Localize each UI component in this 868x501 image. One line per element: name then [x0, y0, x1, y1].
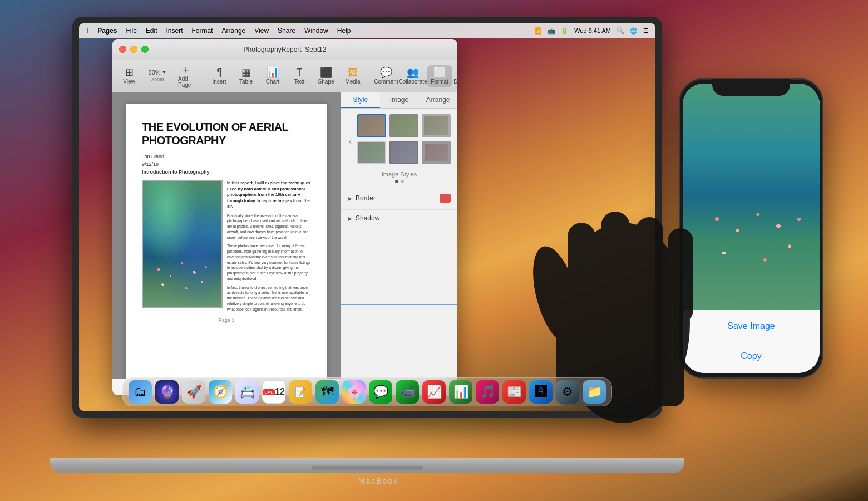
window-close-button[interactable] [119, 46, 126, 53]
toolbar-zoom-button[interactable]: 80% ▼ Zoom [144, 67, 171, 85]
sidebar-tab-image[interactable]: Image [380, 92, 419, 108]
dock-facetime[interactable]: 📹 [396, 380, 419, 404]
menu-format[interactable]: Format [192, 27, 213, 35]
shadow-triangle-icon: ▶ [348, 215, 352, 222]
toolbar-addpage-button[interactable]: ＋ Add Page [174, 62, 198, 90]
dock-appstore[interactable]: 🅰 [529, 380, 553, 404]
document-title: THE EVOLUTION OF AERIAL PHOTOGRAPHY [142, 120, 311, 147]
document-page-number: Page 1 [142, 317, 311, 323]
menu-share[interactable]: Share [278, 27, 295, 35]
toolbar-insert-button[interactable]: ¶ Insert [207, 65, 231, 87]
control-center-icon[interactable]: ☰ [643, 27, 649, 35]
toolbar-document-button[interactable]: 📄 Document [454, 65, 457, 87]
battery-icon: 🔋 [561, 27, 569, 35]
menu-help[interactable]: Help [337, 27, 351, 35]
sidebar-connection-line [341, 304, 457, 305]
border-triangle-icon: ▶ [348, 195, 352, 202]
image-style-3[interactable] [422, 114, 451, 137]
laptop-screen:  Pages File Edit Insert Format Arrange … [79, 23, 655, 411]
toolbar-table-button[interactable]: ▦ Table [234, 65, 258, 87]
document-content-area: In this report, I will explore the techn… [142, 180, 311, 312]
search-icon[interactable]: 🔍 [617, 27, 624, 35]
shape-icon: ⬛ [320, 67, 332, 77]
image-style-2[interactable] [389, 114, 418, 137]
style-dot-2 [401, 180, 404, 183]
sidebar-tab-style[interactable]: Style [341, 92, 380, 108]
zoom-icon: 80% ▼ [149, 70, 167, 76]
copy-button[interactable]: Copy [692, 347, 811, 366]
zoom-value: 80% [149, 70, 161, 76]
dock-news[interactable]: 📰 [502, 380, 526, 404]
image-style-5[interactable] [389, 141, 418, 164]
document-body-3: In fact, thanks to drones, something tha… [227, 285, 311, 312]
zoom-label: Zoom [151, 77, 164, 82]
dock-folder[interactable]: 📁 [583, 380, 606, 404]
sidebar-tabs: Style Image Arrange [341, 92, 457, 109]
macbook-laptop:  Pages File Edit Insert Format Arrange … [72, 17, 684, 473]
menu-insert[interactable]: Insert [166, 27, 183, 35]
window-minimize-button[interactable] [130, 46, 137, 53]
dock-notes[interactable]: 📝 [289, 380, 312, 404]
dock-calendar[interactable]: CAL 12 [262, 380, 285, 404]
toolbar-media-button[interactable]: 🖼 Media [341, 65, 365, 87]
window-title: PhotographyReport_Sept12 [244, 46, 327, 53]
document-body-1: Practically since the invention of the c… [227, 213, 311, 240]
action-sheet-divider [692, 341, 811, 341]
menu-arrange[interactable]: Arrange [222, 27, 246, 35]
image-style-4[interactable] [357, 141, 386, 164]
menu-view[interactable]: View [254, 27, 269, 35]
table-icon: ▦ [241, 67, 251, 77]
menu-edit[interactable]: Edit [146, 27, 157, 35]
dock-safari[interactable]: 🧭 [209, 380, 232, 404]
border-section-header[interactable]: ▶ Border [348, 194, 451, 203]
dock-preferences[interactable]: ⚙ [556, 380, 579, 404]
aerial-photo-image[interactable] [142, 180, 223, 308]
dock-rocket[interactable]: 🚀 [182, 380, 205, 404]
toolbar-format-button[interactable]: ⬜ Format [427, 65, 452, 87]
comment-icon: 💬 [380, 67, 392, 77]
chart-label: Chart [266, 78, 279, 85]
collaborate-label: Collaborate [398, 78, 427, 85]
image-styles-next-arrow[interactable]: › [456, 136, 457, 146]
image-styles-nav: ‹ › [347, 114, 452, 169]
shadow-section: ▶ Shadow [341, 209, 457, 227]
dock-stocks[interactable]: 📈 [422, 380, 446, 404]
laptop-brand-label: MacBook [358, 477, 398, 485]
dock-music[interactable]: 🎵 [476, 380, 499, 404]
format-icon: ⬜ [433, 67, 446, 77]
dock-maps[interactable]: 🗺 [315, 380, 339, 404]
save-image-button[interactable]: Save Image [692, 317, 811, 336]
window-maximize-button[interactable] [141, 46, 149, 53]
dock-siri[interactable]: 🔮 [155, 380, 179, 404]
comment-label: Comment [374, 78, 398, 85]
shadow-section-header[interactable]: ▶ Shadow [348, 214, 451, 222]
laptop-base [50, 458, 684, 473]
dock-messages[interactable]: 💬 [369, 380, 392, 404]
toolbar-chart-button[interactable]: 📊 Chart [260, 65, 285, 87]
border-color-swatch[interactable] [440, 194, 451, 203]
dock-numbers[interactable]: 📊 [449, 380, 472, 404]
dock-contacts[interactable]: 📇 [235, 380, 259, 404]
image-style-1[interactable] [357, 114, 386, 137]
addpage-label: Add Page [178, 76, 194, 88]
format-label: Format [431, 78, 448, 85]
view-icon: ⊞ [125, 67, 134, 77]
text-icon: T [297, 67, 303, 77]
toolbar-text-button[interactable]: T Text [287, 65, 312, 87]
pages-window: PhotographyReport_Sept12 ⊞ View 80% ▼ Zo… [112, 39, 457, 395]
menu-file[interactable]: File [126, 27, 136, 35]
toolbar-comment-button[interactable]: 💬 Comment [374, 65, 398, 87]
toolbar: ⊞ View 80% ▼ Zoom ＋ Add Page [112, 60, 457, 92]
sidebar-tab-arrange[interactable]: Arrange [418, 92, 457, 108]
image-style-6[interactable] [422, 141, 451, 164]
siri-icon[interactable]: 🌐 [630, 27, 638, 35]
dock-photos[interactable]: 🌸 [342, 380, 366, 404]
menu-window[interactable]: Window [304, 27, 328, 35]
menu-pages[interactable]: Pages [97, 27, 117, 35]
toolbar-view-button[interactable]: ⊞ View [117, 65, 141, 87]
toolbar-shape-button[interactable]: ⬛ Shape [314, 65, 338, 87]
apple-menu-icon[interactable]:  [86, 26, 88, 35]
shape-label: Shape [318, 78, 334, 85]
dock-finder[interactable]: 🗂 [129, 380, 152, 404]
toolbar-collaborate-button[interactable]: 👥 Collaborate [401, 65, 425, 87]
